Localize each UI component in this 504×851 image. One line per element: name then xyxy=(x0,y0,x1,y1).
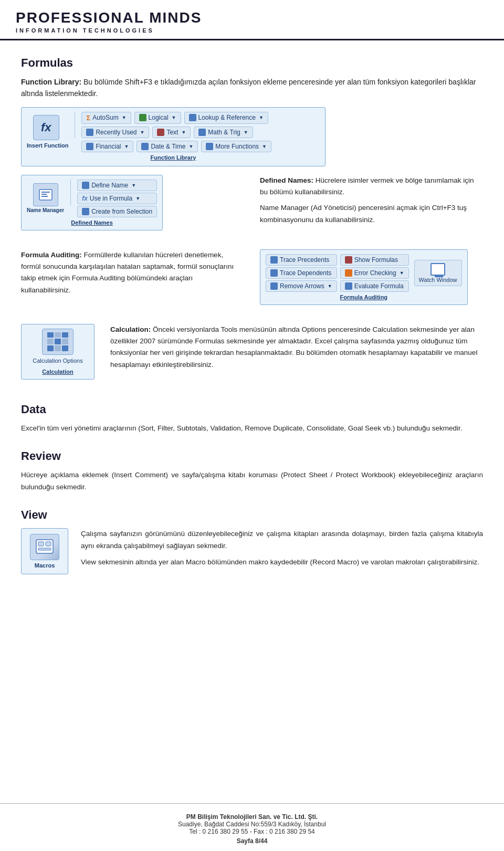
ribbon-divider xyxy=(75,112,75,138)
calculation-options-icon xyxy=(42,329,74,355)
calculation-tab-label: Calculation xyxy=(42,369,73,375)
function-library-label: Function Library: xyxy=(21,78,81,86)
calculation-heading: Calculation: xyxy=(110,325,151,333)
svg-rect-2 xyxy=(41,194,47,195)
evaluate-formula-button[interactable]: Evaluate Formula xyxy=(340,280,409,292)
macros-label: Macros xyxy=(35,562,55,569)
svg-rect-5 xyxy=(38,542,44,546)
view-desc2: View sekmesinin altında yer alan Macro b… xyxy=(81,556,483,569)
create-from-selection-button[interactable]: Create from Selection xyxy=(77,206,157,217)
calculation-ribbon: Calculation Options Calculation xyxy=(21,324,94,380)
error-checking-button[interactable]: Error Checking ▼ xyxy=(340,267,409,279)
formula-auditing-ribbon: Trace Precedents Trace Dependents Remove… xyxy=(260,249,468,305)
macros-ribbon: Macros xyxy=(21,528,68,574)
svg-rect-1 xyxy=(41,192,50,193)
function-library-tab-label: Function Library xyxy=(27,154,320,161)
watch-icon xyxy=(430,263,445,276)
defined-names-heading: Defined Names: xyxy=(260,176,313,184)
svg-rect-6 xyxy=(46,542,51,546)
macros-icon xyxy=(30,534,59,560)
more-functions-button[interactable]: More Functions ▼ xyxy=(201,141,271,152)
defined-names-buttons: Define Name ▼ fx Use in Formula ▼ Create… xyxy=(77,180,157,217)
financial-button[interactable]: Financial ▼ xyxy=(81,141,133,152)
macros-ribbon-col: Macros xyxy=(21,528,68,574)
view-heading: View xyxy=(21,508,483,522)
footer-company: PM Bilişim Teknolojileri San. ve Tic. Lt… xyxy=(0,813,504,821)
date-time-button[interactable]: Date & Time ▼ xyxy=(136,141,198,152)
footer-address: Suadiye, Bağdat Caddesi No:559/3 Kadıköy… xyxy=(0,821,504,828)
calculation-desc: Calculation: Önceki versiyonlarda Tools … xyxy=(110,324,483,371)
function-library-buttons: Σ AutoSum ▼ Logical ▼ Lookup & Reference… xyxy=(81,112,271,152)
audit-buttons-left: Trace Precedents Trace Dependents Remove… xyxy=(266,254,337,292)
text-button[interactable]: Text ▼ xyxy=(152,127,191,138)
defined-names-desc: Defined Names: Hücrelere isimler vermek … xyxy=(260,175,483,198)
page-footer: PM Bilişim Teknolojileri San. ve Tic. Lt… xyxy=(0,803,504,851)
name-manager-label: Name Manager xyxy=(27,207,64,213)
view-section-content: Macros Çalışma sayfanızın görünümünü düz… xyxy=(21,528,483,574)
defined-names-ribbon: Name Manager Define Name ▼ fx Use in For… xyxy=(21,175,163,230)
formula-auditing-desc: Formula Auditing: Formüllerde kullanılan… xyxy=(21,249,244,296)
formula-auditing-desc-col: Formula Auditing: Formüllerde kullanılan… xyxy=(21,249,244,296)
logical-button[interactable]: Logical ▼ xyxy=(134,112,181,124)
view-desc1: Çalışma sayfanızın görünümünü düzenleyeb… xyxy=(81,528,483,552)
defined-names-ribbon-col: Name Manager Define Name ▼ fx Use in For… xyxy=(21,175,244,239)
define-name-button[interactable]: Define Name ▼ xyxy=(77,180,157,191)
trace-dependents-button[interactable]: Trace Dependents xyxy=(266,267,337,279)
view-desc-col: Çalışma sayfanızın görünümünü düzenleyeb… xyxy=(81,528,483,573)
trace-precedents-button[interactable]: Trace Precedents xyxy=(266,254,337,266)
defined-names-desc-col: Defined Names: Hücrelere isimler vermek … xyxy=(260,175,483,226)
insert-function-label: Insert Function xyxy=(27,142,68,149)
formula-auditing-section: Formula Auditing: Formüllerde kullanılan… xyxy=(21,249,483,313)
logo-main: PROFESSIONAL MINDS xyxy=(16,9,488,26)
footer-page: Sayfa 8/44 xyxy=(0,837,504,845)
review-heading: Review xyxy=(21,449,483,463)
formula-auditing-heading: Formula Auditing: xyxy=(21,251,82,259)
ribbon-divider-2 xyxy=(70,180,71,206)
use-in-formula-button[interactable]: fx Use in Formula ▼ xyxy=(77,193,157,204)
data-heading: Data xyxy=(21,403,483,416)
calculation-desc-col: Calculation: Önceki versiyonlarda Tools … xyxy=(110,324,483,371)
footer-phone: Tel : 0 216 380 29 55 - Fax : 0 216 380 … xyxy=(0,828,504,835)
defined-names-tab-label: Defined Names xyxy=(27,219,157,226)
formula-auditing-ribbon-col: Trace Precedents Trace Dependents Remove… xyxy=(260,249,483,313)
data-desc: Excel'in tüm veri yönetimi araçlarının (… xyxy=(21,423,483,435)
watch-window-button[interactable]: Watch Window xyxy=(414,260,462,286)
main-content: Formulas Function Library: Bu bölümde Sh… xyxy=(0,46,504,585)
svg-rect-7 xyxy=(38,548,51,550)
defined-names-section: Name Manager Define Name ▼ fx Use in For… xyxy=(21,175,483,239)
audit-buttons-right: Show Formulas Error Checking ▼ Evaluate … xyxy=(340,254,409,292)
svg-rect-3 xyxy=(41,196,48,197)
math-trig-button[interactable]: Math & Trig ▼ xyxy=(194,127,253,138)
calculation-section: Calculation Options Calculation Calculat… xyxy=(21,324,483,388)
formulas-heading: Formulas xyxy=(21,56,483,70)
formula-auditing-tab-label: Formula Auditing xyxy=(266,294,462,300)
fx-symbol[interactable]: fx xyxy=(33,115,59,140)
remove-arrows-button[interactable]: Remove Arrows ▼ xyxy=(266,280,337,292)
function-library-ribbon: fx Insert Function Σ AutoSum ▼ Logical ▼ xyxy=(21,107,326,166)
defined-names-desc2: Name Manager (Ad Yöneticisi) penceresini… xyxy=(260,202,483,226)
autosum-button[interactable]: Σ AutoSum ▼ xyxy=(81,112,131,124)
logo-sub: INFORMATION TECHNOLOGIES xyxy=(16,27,488,34)
function-library-intro: Function Library: Bu bölümde Shift+F3 e … xyxy=(21,76,483,100)
show-formulas-button[interactable]: Show Formulas xyxy=(340,254,409,266)
calculation-options-label: Calculation Options xyxy=(33,357,82,364)
recently-used-button[interactable]: Recently Used ▼ xyxy=(81,127,149,138)
calculation-ribbon-col: Calculation Options Calculation xyxy=(21,324,94,388)
page-header: PROFESSIONAL MINDS INFORMATION TECHNOLOG… xyxy=(0,0,504,40)
lookup-reference-button[interactable]: Lookup & Reference ▼ xyxy=(184,112,268,124)
review-desc: Hücreye açıklama eklemek (Insert Comment… xyxy=(21,469,483,493)
